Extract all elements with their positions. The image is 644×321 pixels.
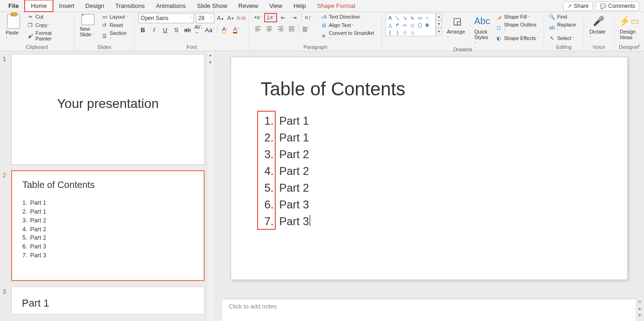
arrange-button[interactable]: ◲Arrange <box>445 13 470 41</box>
slide-content[interactable]: 1.Part 1 2.Part 1 3.Part 2 4.Part 2 5.Pa… <box>261 113 598 230</box>
comments-button[interactable]: Comments <box>596 1 639 11</box>
tab-animations[interactable]: Animations <box>150 0 191 11</box>
align-right-button[interactable] <box>275 24 285 33</box>
thumbnail-slide-2[interactable]: Table of Contents 1.Part 1 2.Part 1 3.Pa… <box>11 170 205 281</box>
share-button[interactable]: Share <box>563 1 593 11</box>
shapes-scroll[interactable]: ▴▾▾ <box>436 13 442 36</box>
bullets-button[interactable]: •≡ <box>253 13 263 22</box>
scroll-up-icon[interactable]: ▴ <box>207 51 214 59</box>
shape-effects-button[interactable]: ◐Shape Effects <box>495 34 540 42</box>
thumbnail-slide-3[interactable]: Part 1 <box>11 287 205 314</box>
align-left-button[interactable] <box>253 24 263 33</box>
collapse-ribbon-button[interactable]: ⌃ <box>637 44 641 50</box>
tab-help[interactable]: Help <box>288 0 312 11</box>
smartart-button[interactable]: ⬘Convert to SmartArt <box>319 30 378 42</box>
design-ideas-button[interactable]: ⚡▭Design Ideas <box>618 13 640 41</box>
reset-button[interactable]: ↺Reset <box>100 21 131 29</box>
font-name-combo[interactable]: Open Sans˅ <box>138 13 194 23</box>
highlight-button[interactable]: A <box>220 25 230 34</box>
replace-button[interactable]: abReplace <box>548 21 579 33</box>
slide-canvas[interactable]: Table of Contents 1.Part 1 2.Part 1 3.Pa… <box>231 57 628 280</box>
font-color-button[interactable]: A <box>232 25 241 34</box>
copy-button[interactable]: ❐Copy <box>26 21 70 29</box>
shapes-gallery[interactable]: A ＼ ↘ ↳ ▭ ○ △ ↱ ⇨ ◇ ⬡ ✚ { } ☆ ⌂ <box>385 13 436 36</box>
align-text-button[interactable]: ⊟Align Text <box>319 21 378 29</box>
tab-view[interactable]: View <box>264 0 288 11</box>
shape-cross-icon[interactable]: ✚ <box>424 22 431 28</box>
tab-file[interactable]: File <box>3 0 24 11</box>
section-button[interactable]: ☰Section <box>100 30 131 42</box>
columns-button[interactable]: ▥ <box>301 24 311 33</box>
select-button[interactable]: ↖Select <box>548 34 579 42</box>
shape-arrow2-icon[interactable]: ⇨ <box>402 22 408 28</box>
shape-callout-icon[interactable]: ⌂ <box>409 29 416 36</box>
justify-button[interactable] <box>286 24 297 33</box>
new-slide-button[interactable]: New Slide <box>78 13 98 38</box>
cut-button[interactable]: ✂Cut <box>26 13 70 20</box>
align-text-icon: ⊟ <box>320 22 327 28</box>
format-painter-icon: 🖌 <box>27 33 33 39</box>
find-button[interactable]: 🔍Find <box>548 13 579 20</box>
shape-lbrace-icon[interactable]: { <box>387 29 393 36</box>
font-size-combo[interactable]: 28˅ <box>196 13 214 23</box>
char-spacing-button[interactable]: AV↔ <box>194 25 203 34</box>
tab-review[interactable]: Review <box>233 0 264 11</box>
tab-slideshow[interactable]: Slide Show <box>192 0 233 11</box>
shape-connector-icon[interactable]: ↳ <box>409 14 416 21</box>
shape-outline-button[interactable]: ◻Shape Outline <box>495 21 540 33</box>
thumbs-scrollbar[interactable]: ▴ ▾ <box>206 51 214 321</box>
grow-font-button[interactable]: A▲ <box>216 13 225 23</box>
shape-elbow-icon[interactable]: ↱ <box>394 22 401 28</box>
quick-styles-button[interactable]: AbcQuick Styles <box>472 13 492 47</box>
text-direction-button[interactable]: ↕AText Direction <box>319 13 378 20</box>
increase-indent-button[interactable]: ⇥ <box>289 13 299 22</box>
tab-transitions[interactable]: Transitions <box>110 0 150 11</box>
prev-slide-icon[interactable]: ≡ <box>638 299 641 304</box>
shape-diamond-icon[interactable]: ◇ <box>409 22 416 28</box>
clear-formatting-button[interactable]: A⌫ <box>237 13 245 23</box>
format-painter-button[interactable]: 🖌Format Painter <box>26 30 70 42</box>
text-direction-icon: ↕A <box>320 13 327 20</box>
line-spacing-button[interactable]: ≡↕ <box>304 13 314 22</box>
shape-fill-button[interactable]: ◢Shape Fill <box>495 13 540 20</box>
thumb2-list: 1.Part 1 2.Part 1 3.Part 2 4.Part 2 5.Pa… <box>22 199 193 260</box>
list-item: 7.Part 3 <box>261 213 598 230</box>
shape-star-icon[interactable]: ☆ <box>402 29 408 36</box>
underline-button[interactable]: U <box>160 25 170 34</box>
shape-arrow-icon[interactable]: ↘ <box>402 14 408 21</box>
align-center-button[interactable] <box>264 24 274 33</box>
notes-pane[interactable]: Click to add notes <box>222 299 636 321</box>
slide-title[interactable]: Table of Contents <box>261 79 598 100</box>
tab-insert[interactable]: Insert <box>53 0 80 11</box>
shape-hex-icon[interactable]: ⬡ <box>417 22 423 28</box>
italic-button[interactable]: I <box>149 25 159 34</box>
shape-rbrace-icon[interactable]: } <box>394 29 401 36</box>
group-clipboard: Paste ✂Cut ❐Copy 🖌Format Painter Clipboa… <box>0 12 74 51</box>
thumbnail-slide-1[interactable]: Your presentation <box>11 54 205 165</box>
tab-shape-format[interactable]: Shape Format <box>312 0 361 11</box>
shape-line-icon[interactable]: ＼ <box>394 14 401 21</box>
numbering-button[interactable]: 1≡ <box>264 13 277 22</box>
bold-button[interactable]: B <box>138 25 147 34</box>
paste-button[interactable]: Paste <box>4 13 23 42</box>
dictate-button[interactable]: 🎤Dictate <box>588 13 610 41</box>
scroll-down-icon[interactable]: ▾ <box>207 59 214 66</box>
shape-rect-icon[interactable]: ▭ <box>417 14 423 21</box>
decrease-indent-button[interactable]: ⇤ <box>278 13 288 22</box>
down-icon[interactable]: ▾ <box>638 312 641 318</box>
up-icon[interactable]: ▴ <box>638 305 641 311</box>
tab-design[interactable]: Design <box>80 0 110 11</box>
layout-button[interactable]: ▭Layout <box>100 13 131 20</box>
shape-oval-icon[interactable]: ○ <box>424 14 431 21</box>
shape-triangle-icon[interactable]: △ <box>387 22 393 28</box>
shape-textbox-icon[interactable]: A <box>387 14 393 21</box>
strikethrough-button[interactable]: ab <box>183 25 192 34</box>
shadow-button[interactable]: S <box>172 25 181 34</box>
shape-outline-icon: ◻ <box>496 24 502 31</box>
toc-list[interactable]: 1.Part 1 2.Part 1 3.Part 2 4.Part 2 5.Pa… <box>261 113 598 230</box>
tab-home[interactable]: Home <box>24 0 53 12</box>
change-case-button[interactable]: Aa <box>205 25 214 34</box>
shrink-font-button[interactable]: A▼ <box>226 13 235 23</box>
slide-nav-scroll[interactable]: ≡ ▴ ▾ <box>636 51 644 321</box>
group-label-font: Font <box>138 44 245 51</box>
